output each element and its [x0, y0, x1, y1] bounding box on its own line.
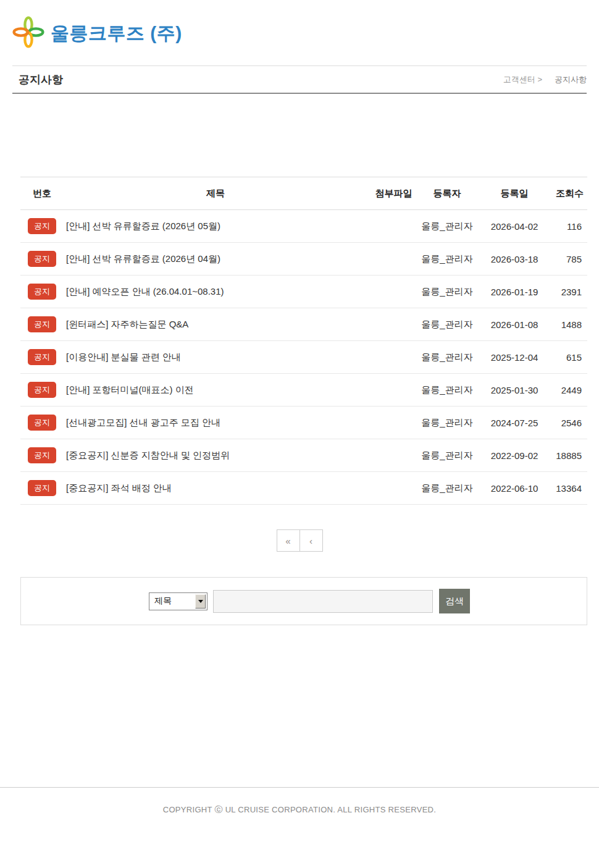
copyright-text: COPYRIGHT ⓒ UL CRUISE CORPORATION. ALL R…: [0, 804, 599, 815]
author-cell: 울릉_관리자: [420, 439, 474, 472]
notice-badge: 공지: [28, 251, 56, 267]
views-cell: 615: [555, 341, 587, 374]
table-row: 공지[중요공지] 신분증 지참안내 및 인정범위울릉_관리자2022-09-02…: [20, 439, 587, 472]
views-cell: 785: [555, 243, 587, 276]
author-cell: 울릉_관리자: [420, 276, 474, 308]
date-cell: 2025-12-04: [474, 341, 555, 374]
notice-title-link[interactable]: [이용안내] 분실물 관련 안내: [66, 352, 181, 362]
table-row: 공지[선내광고모집] 선내 광고주 모집 안내울릉_관리자2024-07-252…: [20, 407, 587, 439]
title-cell: [안내] 예약오픈 안내 (26.04.01~08.31): [64, 276, 367, 308]
col-header-title: 제목: [64, 177, 367, 210]
date-cell: 2022-06-10: [474, 472, 555, 505]
number-cell: 공지: [20, 308, 64, 341]
notice-badge: 공지: [28, 218, 56, 234]
views-cell: 2449: [555, 374, 587, 407]
notice-table-body: 공지[안내] 선박 유류할증료 (2026년 05월)울릉_관리자2026-04…: [20, 210, 587, 505]
search-field-selected-value: 제목: [154, 596, 172, 607]
views-cell: 13364: [555, 472, 587, 505]
number-cell: 공지: [20, 439, 64, 472]
table-row: 공지[윈터패스] 자주하는질문 Q&A울릉_관리자2026-01-081488: [20, 308, 587, 341]
site-header: 울릉크루즈 (주): [0, 0, 599, 65]
brand-name: 울릉크루즈 (주): [51, 21, 182, 46]
attachment-cell: [367, 276, 420, 308]
notice-board: 번호 제목 첨부파일 등록자 등록일 조회수 공지[안내] 선박 유류할증료 (…: [20, 177, 587, 505]
views-cell: 2546: [555, 407, 587, 439]
attachment-cell: [367, 243, 420, 276]
table-row: 공지[안내] 선박 유류할증료 (2026년 04월)울릉_관리자2026-03…: [20, 243, 587, 276]
pagination-first-button[interactable]: «: [277, 529, 300, 552]
notice-title-link[interactable]: [윈터패스] 자주하는질문 Q&A: [66, 319, 188, 329]
number-cell: 공지: [20, 472, 64, 505]
col-header-views: 조회수: [555, 177, 587, 210]
table-row: 공지[안내] 예약오픈 안내 (26.04.01~08.31)울릉_관리자202…: [20, 276, 587, 308]
notice-table: 번호 제목 첨부파일 등록자 등록일 조회수 공지[안내] 선박 유류할증료 (…: [20, 177, 587, 505]
pinwheel-flower-icon: [12, 16, 44, 51]
col-header-number: 번호: [20, 177, 64, 210]
pagination-prev-button[interactable]: ‹: [300, 529, 323, 552]
notice-title-link[interactable]: [중요공지] 좌석 배정 안내: [66, 482, 172, 493]
number-cell: 공지: [20, 210, 64, 243]
notice-title-link[interactable]: [안내] 예약오픈 안내 (26.04.01~08.31): [66, 286, 224, 297]
views-cell: 1488: [555, 308, 587, 341]
notice-badge: 공지: [28, 415, 56, 431]
number-cell: 공지: [20, 341, 64, 374]
date-cell: 2026-01-19: [474, 276, 555, 308]
table-row: 공지[안내] 선박 유류할증료 (2026년 05월)울릉_관리자2026-04…: [20, 210, 587, 243]
notice-badge: 공지: [28, 316, 56, 332]
notice-badge: 공지: [28, 480, 56, 496]
attachment-cell: [367, 472, 420, 505]
title-cell: [안내] 선박 유류할증료 (2026년 04월): [64, 243, 367, 276]
notice-badge: 공지: [28, 447, 56, 463]
table-header-row: 번호 제목 첨부파일 등록자 등록일 조회수: [20, 177, 587, 210]
number-cell: 공지: [20, 407, 64, 439]
attachment-cell: [367, 374, 420, 407]
attachment-cell: [367, 210, 420, 243]
title-cell: [안내] 포항터미널(매표소) 이전: [64, 374, 367, 407]
attachment-cell: [367, 308, 420, 341]
breadcrumb-customer-center[interactable]: 고객센터 >: [503, 74, 542, 85]
notice-badge: 공지: [28, 382, 56, 398]
search-bar: 제목 검색: [20, 577, 587, 625]
notice-title-link[interactable]: [안내] 선박 유류할증료 (2026년 04월): [66, 253, 220, 264]
col-header-date: 등록일: [474, 177, 555, 210]
title-cell: [이용안내] 분실물 관련 안내: [64, 341, 367, 374]
date-cell: 2025-01-30: [474, 374, 555, 407]
attachment-cell: [367, 341, 420, 374]
search-field-select[interactable]: 제목: [149, 592, 207, 610]
attachment-cell: [367, 439, 420, 472]
notice-title-link[interactable]: [안내] 포항터미널(매표소) 이전: [66, 384, 194, 395]
date-cell: 2024-07-25: [474, 407, 555, 439]
date-cell: 2026-03-18: [474, 243, 555, 276]
notice-title-link[interactable]: [안내] 선박 유류할증료 (2026년 05월): [66, 221, 220, 231]
author-cell: 울릉_관리자: [420, 308, 474, 341]
breadcrumb-current[interactable]: 공지사항: [555, 74, 587, 85]
number-cell: 공지: [20, 276, 64, 308]
notice-title-link[interactable]: [중요공지] 신분증 지참안내 및 인정범위: [66, 450, 230, 460]
notice-badge: 공지: [28, 284, 56, 300]
notice-title-link[interactable]: [선내광고모집] 선내 광고주 모집 안내: [66, 417, 220, 428]
date-cell: 2022-09-02: [474, 439, 555, 472]
notice-badge: 공지: [28, 349, 56, 365]
title-cell: [윈터패스] 자주하는질문 Q&A: [64, 308, 367, 341]
attachment-cell: [367, 407, 420, 439]
author-cell: 울릉_관리자: [420, 243, 474, 276]
date-cell: 2026-04-02: [474, 210, 555, 243]
table-row: 공지[이용안내] 분실물 관련 안내울릉_관리자2025-12-04615: [20, 341, 587, 374]
page-title: 공지사항: [19, 72, 63, 87]
search-button[interactable]: 검색: [439, 589, 470, 613]
title-cell: [중요공지] 좌석 배정 안내: [64, 472, 367, 505]
table-row: 공지[중요공지] 좌석 배정 안내울릉_관리자2022-06-1013364: [20, 472, 587, 505]
search-input[interactable]: [213, 590, 433, 613]
col-header-author: 등록자: [420, 177, 474, 210]
views-cell: 116: [555, 210, 587, 243]
title-bar: 공지사항 고객센터 > 공지사항: [12, 66, 587, 94]
date-cell: 2026-01-08: [474, 308, 555, 341]
brand-logo[interactable]: 울릉크루즈 (주): [12, 16, 182, 51]
col-header-attachment: 첨부파일: [367, 177, 420, 210]
pagination: « ‹: [0, 529, 599, 552]
title-cell: [선내광고모집] 선내 광고주 모집 안내: [64, 407, 367, 439]
title-cell: [안내] 선박 유류할증료 (2026년 05월): [64, 210, 367, 243]
author-cell: 울릉_관리자: [420, 210, 474, 243]
page-footer: COPYRIGHT ⓒ UL CRUISE CORPORATION. ALL R…: [0, 787, 599, 840]
views-cell: 2391: [555, 276, 587, 308]
